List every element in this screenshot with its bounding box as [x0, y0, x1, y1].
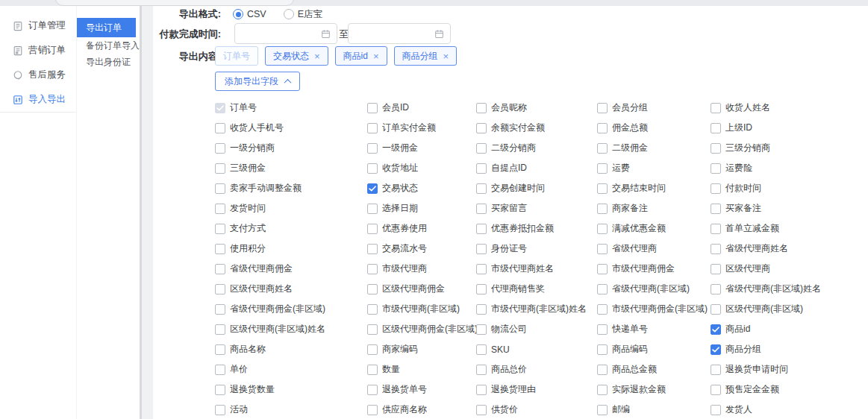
field-checkbox-item[interactable]: 商品总价 — [476, 363, 597, 376]
field-checkbox-item[interactable]: 活动 — [215, 403, 367, 416]
radio-option[interactable]: E店宝 — [284, 8, 322, 21]
field-checkbox-item[interactable]: 商家编码 — [367, 343, 476, 356]
payment-time-to-field[interactable] — [355, 28, 434, 40]
field-checkbox-item[interactable]: 快递单号 — [597, 323, 711, 335]
field-checkbox-item[interactable]: 一级佣金 — [367, 142, 476, 154]
field-checkbox-item[interactable]: 一级分销商 — [215, 142, 367, 154]
field-checkbox-item[interactable]: 付款时间 — [711, 182, 864, 195]
payment-time-from-input[interactable] — [234, 23, 337, 44]
field-checkbox-item[interactable]: 使用积分 — [215, 242, 367, 255]
sidebar-item-order-management[interactable]: 订单管理 — [0, 13, 76, 38]
field-checkbox-item[interactable]: 省级代理商 — [597, 242, 711, 255]
radio-option[interactable]: CSV — [233, 9, 266, 19]
field-checkbox-item[interactable]: 市级代理商佣金(非区域) — [597, 303, 711, 315]
field-checkbox-item[interactable]: 预售定金金额 — [711, 383, 864, 396]
remove-tag-icon[interactable]: × — [373, 51, 379, 61]
field-checkbox-item[interactable]: 优惠券使用 — [367, 222, 476, 235]
field-checkbox-item[interactable]: 首单立减金额 — [711, 222, 864, 235]
field-checkbox-item[interactable]: 退换货数量 — [215, 383, 367, 396]
field-checkbox-item[interactable]: 二级分销商 — [476, 142, 597, 154]
field-checkbox-item[interactable]: 佣金总额 — [597, 122, 711, 134]
payment-time-from-field[interactable] — [241, 28, 321, 40]
field-checkbox-item[interactable]: 邮编 — [597, 403, 711, 416]
field-checkbox-item[interactable]: 收货人姓名 — [711, 101, 864, 114]
field-checkbox-item[interactable]: 商家备注 — [597, 202, 711, 215]
field-checkbox-item[interactable]: 发货时间 — [215, 202, 367, 215]
field-checkbox-item[interactable]: 省级代理商姓名 — [711, 242, 864, 255]
field-checkbox-item[interactable]: 单价 — [215, 363, 367, 376]
field-checkbox-item[interactable]: 供货价 — [476, 403, 597, 416]
submenu-item-backup-order-import[interactable]: 备份订单导入 — [77, 37, 140, 54]
field-checkbox-item[interactable]: 交易流水号 — [367, 242, 476, 255]
field-checkbox-item[interactable]: 数量 — [367, 363, 476, 376]
field-checkbox-item[interactable]: 市级代理商佣金 — [597, 262, 711, 275]
field-checkbox-item[interactable]: 上级ID — [711, 122, 864, 134]
field-checkbox-item[interactable]: 发货人 — [711, 403, 864, 416]
field-checkbox-item[interactable]: 市级代理商 — [367, 262, 476, 275]
submenu-item-export-orders[interactable]: 导出订单 — [77, 18, 136, 37]
field-checkbox-item[interactable]: 交易创建时间 — [476, 182, 597, 195]
add-export-field-button[interactable]: 添加导出字段 — [215, 72, 300, 91]
field-checkbox-item[interactable]: 省级代理商(非区域) — [597, 283, 711, 295]
field-checkbox-item[interactable]: 三级佣金 — [215, 162, 367, 174]
field-checkbox-item[interactable]: 运费险 — [711, 162, 864, 174]
calendar-icon[interactable] — [434, 29, 444, 39]
field-checkbox-item[interactable]: SKU — [476, 344, 597, 355]
field-checkbox-item[interactable]: 交易结束时间 — [597, 182, 711, 195]
checkbox-icon — [597, 344, 608, 355]
field-checkbox-item[interactable]: 优惠券抵扣金额 — [476, 222, 597, 235]
field-checkbox-item[interactable]: 市级代理商(非区域)姓名 — [476, 303, 597, 315]
field-checkbox-item[interactable]: 区级代理商佣金(非区域) — [367, 323, 476, 335]
field-checkbox-item[interactable]: 会员昵称 — [476, 101, 597, 114]
sidebar-item-after-sales-service[interactable]: 售后服务 — [0, 63, 76, 87]
field-checkbox-item[interactable]: 省级代理商佣金(非区域) — [215, 303, 367, 315]
field-checkbox-item[interactable]: 商品总金额 — [597, 363, 711, 376]
field-checkbox-item[interactable]: 满减优惠金额 — [597, 222, 711, 235]
remove-tag-icon[interactable]: × — [443, 51, 449, 61]
field-checkbox-item[interactable]: 退换货单号 — [367, 383, 476, 396]
field-checkbox-item[interactable]: 选择日期 — [367, 202, 476, 215]
field-checkbox-item[interactable]: 区级代理商 — [711, 262, 864, 275]
field-checkbox-item[interactable]: 自提点ID — [476, 162, 597, 174]
field-checkbox-item[interactable]: 实际退款金额 — [597, 383, 711, 396]
field-checkbox-item[interactable]: 市级代理商姓名 — [476, 262, 597, 275]
field-checkbox-item[interactable]: 交易状态 — [367, 182, 476, 195]
field-checkbox-item[interactable]: 身份证号 — [476, 242, 597, 255]
field-checkbox-item[interactable]: 订单号 — [215, 101, 367, 114]
field-checkbox-item[interactable]: 买家留言 — [476, 202, 597, 215]
remove-tag-icon[interactable]: × — [314, 51, 320, 61]
field-checkbox-item[interactable]: 区级代理商姓名 — [215, 283, 367, 295]
field-checkbox-item[interactable]: 订单实付金额 — [367, 122, 476, 134]
sidebar-item-import-export[interactable]: 导入导出 — [0, 87, 76, 112]
field-checkbox-item[interactable]: 会员分组 — [597, 101, 711, 114]
field-checkbox-item[interactable]: 商品id — [711, 323, 864, 335]
field-checkbox-item[interactable]: 商品分组 — [711, 343, 864, 356]
field-checkbox-item[interactable]: 运费 — [597, 162, 711, 174]
field-checkbox-item[interactable]: 市级代理商(非区域) — [367, 303, 476, 315]
field-checkbox-item[interactable]: 退换货申请时间 — [711, 363, 864, 376]
field-checkbox-item[interactable]: 收货人手机号 — [215, 122, 367, 134]
field-checkbox-item[interactable]: 区级代理商佣金 — [367, 283, 476, 295]
field-checkbox-item[interactable]: 省级代理商(非区域)姓名 — [711, 283, 864, 295]
calendar-icon[interactable] — [321, 29, 331, 39]
field-checkbox-item[interactable]: 会员ID — [367, 101, 476, 114]
field-checkbox-item[interactable]: 区级代理商(非区域)姓名 — [215, 323, 367, 335]
field-checkbox-item[interactable]: 供应商名称 — [367, 403, 476, 416]
field-checkbox-item[interactable]: 卖家手动调整金额 — [215, 182, 367, 195]
field-checkbox-item[interactable]: 二级佣金 — [597, 142, 711, 154]
field-checkbox-item[interactable]: 余额实付金额 — [476, 122, 597, 134]
field-checkbox-item[interactable]: 商品名称 — [215, 343, 367, 356]
field-checkbox-item[interactable]: 物流公司 — [476, 323, 597, 335]
field-checkbox-item[interactable]: 商品编码 — [597, 343, 711, 356]
field-checkbox-item[interactable]: 区级代理商(非区域) — [711, 303, 864, 315]
payment-time-to-input[interactable] — [348, 23, 451, 44]
field-checkbox-item[interactable]: 代理商销售奖 — [476, 283, 597, 295]
field-checkbox-item[interactable]: 支付方式 — [215, 222, 367, 235]
submenu-item-export-id-card[interactable]: 导出身份证 — [77, 54, 140, 70]
field-checkbox-item[interactable]: 退换货理由 — [476, 383, 597, 396]
field-checkbox-item[interactable]: 收货地址 — [367, 162, 476, 174]
field-checkbox-item[interactable]: 省级代理商佣金 — [215, 262, 367, 275]
sidebar-item-marketing-orders[interactable]: 营销订单 — [0, 38, 76, 63]
field-checkbox-item[interactable]: 三级分销商 — [711, 142, 864, 154]
field-checkbox-item[interactable]: 买家备注 — [711, 202, 864, 215]
